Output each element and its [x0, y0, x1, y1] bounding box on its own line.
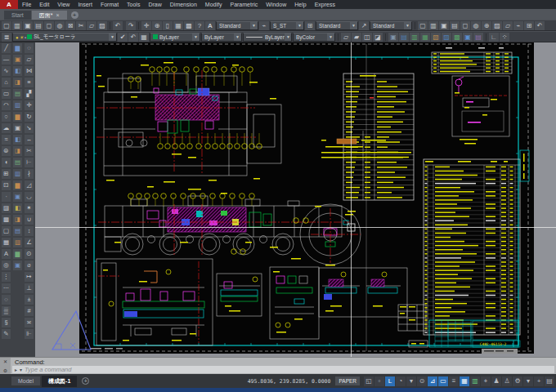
save-icon[interactable]: ▣ [23, 21, 33, 30]
order-13-icon[interactable]: ▆ [13, 180, 22, 190]
publish2-icon[interactable]: ◍ [471, 21, 481, 30]
break-icon[interactable]: ∤ [25, 169, 34, 179]
center-mark-icon[interactable]: # [25, 306, 34, 316]
dim-leader-icon[interactable]: ↦ [25, 272, 34, 282]
revision-cloud-icon[interactable]: ☁ [2, 123, 11, 133]
fillet-icon[interactable]: ◡ [25, 192, 34, 202]
menu-insert[interactable]: Insert [74, 0, 96, 9]
scale-icon[interactable]: ↘ [25, 123, 34, 133]
dim-diameter-icon[interactable]: ⌀ [25, 261, 34, 270]
undo2-icon[interactable]: ↶ [535, 21, 545, 30]
redo-icon[interactable]: ↷ [126, 21, 136, 30]
dim-style-combo[interactable]: S_ST▼ [270, 21, 304, 30]
object-snap-toggle[interactable]: ⊿ [428, 376, 437, 386]
paper-space-toggle[interactable]: PAPER [335, 376, 360, 385]
add-scales-toggle[interactable]: + [534, 376, 544, 386]
close-icon[interactable]: × [56, 12, 60, 18]
layer-properties-icon[interactable]: ≣ [2, 33, 11, 42]
hatch-icon[interactable]: ▨ [2, 203, 11, 213]
dim-align-icon[interactable]: ≍ [25, 318, 34, 327]
new2-icon[interactable]: ▢ [418, 21, 428, 30]
text-style-icon[interactable]: A [205, 21, 215, 30]
plotstyle-combo[interactable]: ByColor▼ [293, 33, 335, 42]
sketch-icon[interactable]: ✎ [2, 329, 11, 339]
line-icon[interactable]: ╱ [2, 43, 11, 53]
paste-icon[interactable]: ▨ [97, 21, 107, 30]
order-8-icon[interactable]: ▣ [13, 123, 22, 133]
dim-style-icon[interactable]: ⌁ [259, 21, 269, 30]
layer-combo[interactable]: ●☀▪ SL_モータローラ▼ [12, 33, 117, 42]
misc-3-icon[interactable]: ▥ [410, 33, 419, 42]
copy-icon[interactable]: ▱ [87, 21, 96, 30]
isolate-objects-toggle[interactable]: ▤ [545, 376, 554, 386]
table-style-combo[interactable]: Standard▼ [316, 21, 358, 30]
annotation-visibility-toggle[interactable]: ♟ [491, 376, 501, 386]
menu-format[interactable]: Format [96, 0, 123, 9]
prop-4-icon[interactable]: ◪ [373, 33, 383, 42]
rectangle-icon[interactable]: ▭ [2, 89, 11, 99]
spline-icon[interactable]: ≈ [2, 135, 11, 145]
menu-draw[interactable]: Draw [144, 0, 165, 9]
explode-icon[interactable]: ✶ [25, 203, 34, 213]
tool-palettes-icon[interactable]: ▩ [184, 21, 194, 30]
join-icon[interactable]: ∪ [25, 215, 34, 225]
lineweight-combo[interactable]: ByLayer▼ [243, 33, 292, 42]
preview2-icon[interactable]: ◻ [460, 21, 470, 30]
copy-obj-icon[interactable]: ▱ [25, 55, 34, 65]
menu-modify[interactable]: Modify [201, 0, 226, 9]
menu-help[interactable]: Help [290, 0, 310, 9]
drawing-canvas[interactable]: C482-46113-2 [35, 42, 556, 357]
order-17-icon[interactable]: ▤ [13, 226, 22, 236]
undo-icon[interactable]: ↶ [113, 21, 123, 30]
transparency-toggle[interactable]: ▦ [460, 376, 469, 386]
new-tab-button[interactable]: + [71, 11, 78, 19]
tab-drawing[interactable]: 図面* × [32, 11, 67, 20]
wipeout-icon[interactable]: ▒ [2, 306, 11, 316]
polar-tracking-toggle[interactable]: ◔ [396, 376, 406, 386]
dynamic-input-toggle[interactable]: ▭ [438, 376, 448, 386]
open2-icon[interactable]: ▥ [428, 21, 438, 30]
ellipse-icon[interactable]: ⊜ [2, 146, 11, 156]
gradient-icon[interactable]: ▩ [2, 215, 11, 225]
layer-previous-icon[interactable]: ↶ [128, 33, 138, 42]
order-5-icon[interactable]: ▤ [13, 89, 22, 99]
cut-icon[interactable]: ✂ [76, 21, 86, 30]
app-logo[interactable]: A [0, 0, 18, 9]
order-11-icon[interactable]: ▤ [13, 158, 22, 167]
order-14-icon[interactable]: ▣ [13, 192, 22, 202]
infer-constraints-toggle[interactable]: ◱ [364, 376, 374, 386]
misc-9-icon[interactable]: ▤ [473, 33, 483, 42]
tab-model[interactable]: Model [11, 376, 40, 385]
mirror-icon[interactable]: ⋈ [25, 66, 34, 76]
tail-1-icon[interactable]: ∟ [489, 33, 499, 42]
mleader-style-icon[interactable]: ↗ [359, 21, 369, 30]
open-icon[interactable]: ▥ [12, 21, 22, 30]
order-12-icon[interactable]: ▥ [13, 169, 22, 179]
qnew-icon[interactable]: ▢ [2, 21, 11, 30]
help-icon[interactable]: ? [195, 21, 204, 30]
order-6-icon[interactable]: ▥ [13, 100, 22, 110]
command-input[interactable]: ▸ ▾ Type a command [12, 366, 554, 373]
construction-line-icon[interactable]: ― [2, 55, 11, 65]
menu-express[interactable]: Express [311, 0, 339, 9]
ellipse-arc-icon[interactable]: ◖ [2, 158, 11, 167]
order-19-icon[interactable]: ▆ [13, 249, 22, 259]
table-icon[interactable]: ▦ [2, 238, 11, 247]
rotate-icon[interactable]: ↻ [25, 112, 34, 122]
scale-arrow-toggle[interactable]: ▾ [523, 376, 533, 386]
misc-1-icon[interactable]: ▣ [388, 33, 398, 42]
3d-osnap-toggle[interactable]: ⌖ [481, 376, 491, 386]
polygon-icon[interactable]: ⌂ [2, 78, 11, 87]
tolerance-icon[interactable]: ± [25, 295, 34, 305]
mleader-style-combo[interactable]: Standard▼ [370, 21, 412, 30]
text-style-combo[interactable]: Standard▼ [216, 21, 258, 30]
order-16-icon[interactable]: ◨ [13, 215, 22, 225]
misc-4-icon[interactable]: ▦ [420, 33, 430, 42]
order-10-icon[interactable]: ◨ [13, 146, 22, 156]
order-2-icon[interactable]: ▣ [13, 55, 22, 65]
chevron-down-icon[interactable]: ▾ [20, 367, 22, 372]
divide-icon[interactable]: ⋮ [2, 272, 11, 282]
table-style-icon[interactable]: ⊞ [305, 21, 315, 30]
menu-file[interactable]: File [18, 0, 35, 9]
order-18-icon[interactable]: ▥ [13, 238, 22, 247]
